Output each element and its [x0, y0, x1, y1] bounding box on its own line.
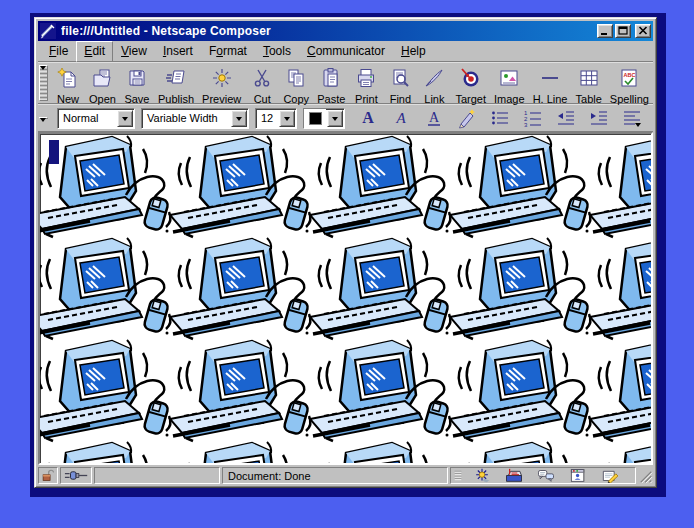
table-icon	[578, 67, 600, 93]
desktop: file:///Untitled - Netscape Composer Fil…	[0, 0, 694, 528]
menu-format[interactable]: Format	[201, 41, 255, 62]
chevron-down-icon[interactable]	[231, 110, 247, 127]
print-button[interactable]: Print	[349, 64, 383, 102]
toolbar-button-label: Preview	[202, 93, 241, 105]
chevron-down-icon[interactable]	[117, 110, 133, 127]
table-button[interactable]: Table	[572, 64, 606, 102]
new-button[interactable]: New	[51, 64, 85, 102]
minimize-button[interactable]	[597, 24, 613, 38]
security-status-indicator[interactable]	[38, 467, 58, 484]
paste-clipboard-icon	[320, 67, 342, 93]
open-folder-icon	[91, 67, 113, 93]
navigator-icon[interactable]	[472, 468, 492, 483]
link-quill-icon	[423, 67, 445, 93]
preview-button[interactable]: Preview	[198, 64, 245, 102]
link-button[interactable]: Link	[417, 64, 451, 102]
menu-tools[interactable]: Tools	[255, 41, 299, 62]
font-face-select[interactable]: Variable Width	[141, 108, 249, 129]
copy-button[interactable]: Copy	[279, 64, 313, 102]
status-bar: Document: Done	[38, 465, 653, 484]
toolbar-button-label: Find	[390, 93, 411, 105]
menu-view[interactable]: View	[113, 41, 155, 62]
main-toolbar-buttons: NewOpenSavePublishPreviewCutCopyPastePri…	[51, 64, 653, 102]
cut-button[interactable]: Cut	[245, 64, 279, 102]
title-bar[interactable]: file:///Untitled - Netscape Composer	[38, 21, 653, 41]
remove-styles-button[interactable]	[450, 106, 483, 130]
toolbar-button-label: Cut	[254, 93, 271, 105]
print-icon	[355, 67, 377, 93]
menu-insert[interactable]: Insert	[155, 41, 201, 62]
publish-button[interactable]: Publish	[154, 64, 198, 102]
underline-button[interactable]: A	[417, 106, 450, 130]
toolbar-button-label: Save	[124, 93, 149, 105]
main-toolbar-grip[interactable]	[39, 65, 48, 101]
open-button[interactable]: Open	[85, 64, 120, 102]
menu-communicator[interactable]: Communicator	[299, 41, 393, 62]
font-color-picker[interactable]	[303, 108, 345, 129]
outdent-button[interactable]	[549, 106, 582, 130]
menu-help[interactable]: Help	[393, 41, 434, 62]
color-swatch-area	[304, 109, 326, 128]
netscape-composer-window: file:///Untitled - Netscape Composer Fil…	[34, 17, 657, 488]
resize-grip[interactable]	[638, 467, 653, 484]
numbered-list-button[interactable]: 123	[516, 106, 549, 130]
discussions-icon[interactable]	[536, 468, 556, 483]
component-bar-handle[interactable]	[453, 468, 463, 483]
maximize-button[interactable]	[615, 24, 631, 38]
save-button[interactable]: Save	[120, 64, 154, 102]
paragraph-style-select[interactable]: Normal	[57, 108, 135, 129]
document-status: Document: Done	[222, 467, 448, 484]
document-editing-area[interactable]	[38, 132, 653, 465]
paragraph-style-value: Normal	[58, 109, 116, 128]
main-toolbar: NewOpenSavePublishPreviewCutCopyPastePri…	[38, 62, 653, 104]
progress-area	[94, 467, 220, 484]
hline-icon	[539, 67, 561, 93]
cut-scissors-icon	[251, 67, 273, 93]
preview-icon	[211, 67, 233, 93]
bullet-list-button[interactable]	[483, 106, 516, 130]
menu-file[interactable]: File	[41, 41, 76, 62]
online-status-indicator[interactable]	[60, 467, 92, 484]
svg-text:3: 3	[524, 122, 528, 128]
tiled-computer-clipart-background	[40, 134, 653, 463]
address-book-icon[interactable]	[568, 468, 588, 483]
toolbar-button-label: H. Line	[533, 93, 568, 105]
toolbar-button-label: Image	[494, 93, 525, 105]
bold-button[interactable]: A	[351, 106, 384, 130]
component-bar-icons	[472, 468, 620, 483]
alignment-button[interactable]	[615, 106, 648, 130]
format-buttons: AAA123	[351, 106, 648, 130]
target-button[interactable]: Target	[451, 64, 490, 102]
composer-icon[interactable]	[600, 468, 620, 483]
composer-window-icon	[40, 23, 56, 39]
svg-text:A: A	[395, 110, 406, 126]
format-toolbar-grip[interactable]	[39, 117, 48, 119]
save-floppy-icon	[126, 67, 148, 93]
chevron-down-icon[interactable]	[279, 110, 295, 127]
h-line-button[interactable]: H. Line	[529, 64, 572, 102]
svg-text:A: A	[362, 109, 374, 126]
close-button[interactable]	[635, 24, 651, 38]
spelling-button[interactable]: ABCSpelling	[606, 64, 653, 102]
target-icon	[460, 67, 482, 93]
mailbox-icon[interactable]	[504, 468, 524, 483]
component-bar	[450, 467, 636, 484]
copy-icon	[285, 67, 307, 93]
toolbar-button-label: Link	[424, 93, 444, 105]
paste-button[interactable]: Paste	[313, 64, 349, 102]
text-caret	[49, 140, 59, 164]
menu-edit[interactable]: Edit	[76, 41, 113, 62]
indent-button[interactable]	[582, 106, 615, 130]
font-size-select[interactable]: 12	[255, 108, 297, 129]
toolbar-button-label: Copy	[283, 93, 309, 105]
toolbar-button-label: Table	[576, 93, 602, 105]
italic-button[interactable]: A	[384, 106, 417, 130]
find-icon	[389, 67, 411, 93]
window-outer-frame: file:///Untitled - Netscape Composer Fil…	[30, 13, 666, 497]
find-button[interactable]: Find	[383, 64, 417, 102]
window-title: file:///Untitled - Netscape Composer	[61, 24, 595, 38]
chevron-down-icon[interactable]	[327, 110, 343, 127]
svg-text:ABC: ABC	[624, 72, 636, 78]
font-size-value: 12	[256, 109, 278, 128]
image-button[interactable]: Image	[490, 64, 529, 102]
